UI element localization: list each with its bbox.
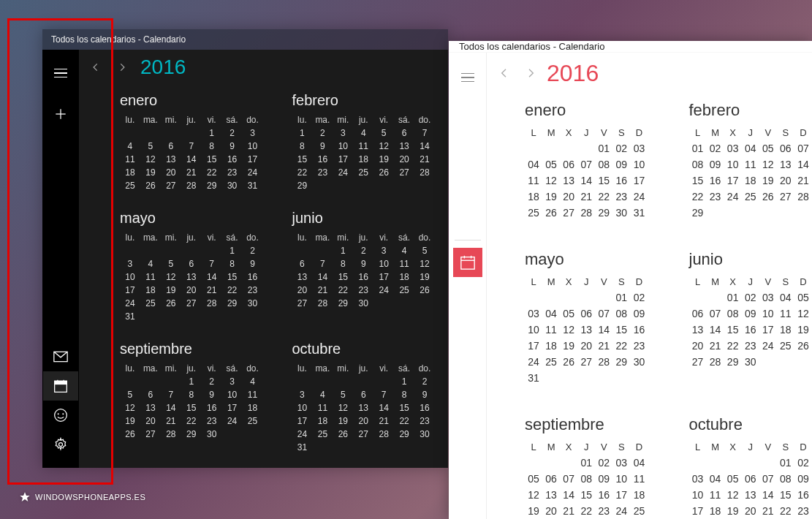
day-cell[interactable]: 21 <box>161 414 181 428</box>
day-cell[interactable]: 23 <box>630 338 648 354</box>
day-cell[interactable]: 02 <box>707 140 724 156</box>
day-cell[interactable] <box>353 179 373 192</box>
day-cell[interactable]: 29 <box>292 179 313 192</box>
day-cell[interactable] <box>140 244 161 257</box>
day-cell[interactable]: 15 <box>595 173 612 189</box>
day-cell[interactable]: 14 <box>161 401 181 414</box>
day-cell[interactable]: 04 <box>707 471 724 487</box>
day-cell[interactable]: 26 <box>120 428 140 441</box>
day-cell[interactable]: 11 <box>140 270 161 284</box>
day-cell[interactable]: 25 <box>140 297 161 310</box>
day-cell[interactable]: 28 <box>595 354 612 370</box>
day-cell[interactable]: 19 <box>794 322 812 338</box>
day-cell[interactable]: 12 <box>140 153 161 166</box>
day-cell[interactable]: 23 <box>742 338 759 354</box>
day-cell[interactable]: 27 <box>394 166 414 179</box>
day-cell[interactable] <box>759 455 777 471</box>
day-cell[interactable] <box>181 310 202 323</box>
day-cell[interactable]: 7 <box>161 388 181 401</box>
day-cell[interactable] <box>794 205 812 221</box>
day-cell[interactable]: 20 <box>689 338 707 354</box>
day-cell[interactable]: 01 <box>595 140 612 156</box>
day-cell[interactable]: 11 <box>525 173 542 189</box>
day-cell[interactable]: 21 <box>312 284 333 297</box>
day-cell[interactable]: 06 <box>542 471 560 487</box>
day-cell[interactable]: 2 <box>243 244 263 257</box>
day-cell[interactable] <box>181 244 202 257</box>
month-octubre[interactable]: octubrelu.ma.mi.ju.vi.sá.do.123456789101… <box>292 341 436 454</box>
day-cell[interactable]: 01 <box>689 140 707 156</box>
day-cell[interactable]: 11 <box>353 140 373 153</box>
day-cell[interactable]: 30 <box>222 179 243 192</box>
day-cell[interactable]: 10 <box>759 306 777 322</box>
day-cell[interactable]: 03 <box>630 140 648 156</box>
day-cell[interactable]: 28 <box>794 189 812 205</box>
day-cell[interactable] <box>312 375 333 388</box>
day-cell[interactable]: 09 <box>630 306 648 322</box>
day-cell[interactable]: 12 <box>525 487 542 503</box>
day-cell[interactable]: 7 <box>181 140 202 153</box>
month-octubre[interactable]: octubreLMXJVSD01020304050607080910111213… <box>689 415 813 519</box>
day-cell[interactable]: 26 <box>560 354 577 370</box>
day-cell[interactable] <box>333 375 353 388</box>
day-cell[interactable]: 7 <box>373 388 394 401</box>
day-cell[interactable]: 06 <box>689 306 707 322</box>
day-cell[interactable]: 23 <box>595 503 612 519</box>
day-cell[interactable]: 25 <box>742 189 759 205</box>
day-cell[interactable]: 21 <box>577 189 595 205</box>
day-cell[interactable]: 13 <box>353 401 373 414</box>
day-cell[interactable]: 6 <box>140 388 161 401</box>
day-cell[interactable] <box>243 428 263 441</box>
day-cell[interactable]: 3 <box>373 244 394 257</box>
day-cell[interactable]: 15 <box>577 487 595 503</box>
day-cell[interactable]: 13 <box>777 156 794 173</box>
day-cell[interactable]: 2 <box>222 126 243 140</box>
day-cell[interactable]: 05 <box>525 471 542 487</box>
day-cell[interactable]: 03 <box>689 471 707 487</box>
day-cell[interactable]: 14 <box>312 270 333 284</box>
day-cell[interactable]: 06 <box>560 156 577 173</box>
day-cell[interactable] <box>181 126 202 140</box>
day-cell[interactable]: 11 <box>312 401 333 414</box>
day-cell[interactable]: 12 <box>414 257 435 270</box>
day-cell[interactable]: 07 <box>577 156 595 173</box>
day-cell[interactable]: 31 <box>630 205 648 221</box>
day-cell[interactable]: 18 <box>120 166 140 179</box>
day-cell[interactable]: 08 <box>689 156 707 173</box>
month-septiembre[interactable]: septiembreLMXJVSD01020304050607080910111… <box>525 415 648 519</box>
day-cell[interactable]: 18 <box>542 338 560 354</box>
day-cell[interactable]: 28 <box>312 297 333 310</box>
day-cell[interactable]: 17 <box>373 270 394 284</box>
day-cell[interactable]: 13 <box>292 270 313 284</box>
day-cell[interactable]: 27 <box>777 189 794 205</box>
day-cell[interactable]: 16 <box>707 173 724 189</box>
day-cell[interactable]: 8 <box>181 388 202 401</box>
day-cell[interactable]: 30 <box>243 297 263 310</box>
day-cell[interactable]: 13 <box>689 322 707 338</box>
month-mayo[interactable]: mayoLMXJVSD01020304050607080910111213141… <box>525 250 648 386</box>
month-enero[interactable]: enerolu.ma.mi.ju.vi.sá.do.12345678910111… <box>120 92 263 192</box>
day-cell[interactable]: 16 <box>742 322 759 338</box>
day-cell[interactable] <box>312 179 333 192</box>
day-cell[interactable]: 03 <box>759 289 777 306</box>
day-cell[interactable]: 3 <box>333 126 353 140</box>
day-cell[interactable] <box>612 370 630 386</box>
day-cell[interactable]: 07 <box>794 140 812 156</box>
day-cell[interactable]: 17 <box>333 153 353 166</box>
day-cell[interactable]: 26 <box>140 179 161 192</box>
next-year-button[interactable] <box>111 56 133 78</box>
day-cell[interactable]: 10 <box>630 156 648 173</box>
day-cell[interactable]: 29 <box>202 179 222 192</box>
day-cell[interactable]: 19 <box>759 173 777 189</box>
day-cell[interactable]: 28 <box>707 354 724 370</box>
day-cell[interactable]: 19 <box>414 270 435 284</box>
day-cell[interactable]: 12 <box>724 487 742 503</box>
day-cell[interactable]: 22 <box>394 414 414 428</box>
day-cell[interactable] <box>202 244 222 257</box>
day-cell[interactable]: 15 <box>222 270 243 284</box>
day-cell[interactable]: 11 <box>243 388 263 401</box>
day-cell[interactable]: 24 <box>120 297 140 310</box>
day-cell[interactable] <box>577 370 595 386</box>
day-cell[interactable]: 21 <box>373 414 394 428</box>
day-cell[interactable]: 1 <box>222 244 243 257</box>
